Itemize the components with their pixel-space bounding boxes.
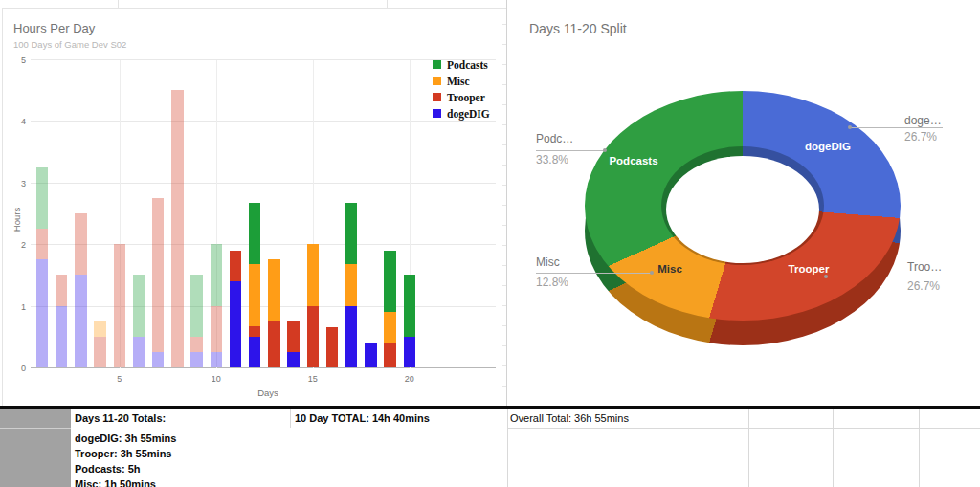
bar-segment-misc <box>249 264 261 325</box>
bar-segment-trooper <box>152 198 165 352</box>
bar-day-16[interactable] <box>326 327 339 367</box>
bar-segment-trooper <box>36 229 49 259</box>
row-header-divider <box>0 428 71 429</box>
chart-title: Days 11-20 Split <box>529 21 627 36</box>
cell-gridline <box>748 409 749 487</box>
bar-segment-podcasts <box>384 251 396 312</box>
legend-item-podcasts[interactable]: Podcasts <box>433 56 490 73</box>
bar-day-20[interactable] <box>404 275 416 367</box>
row-gridline-stub <box>502 24 506 25</box>
bar-day-12[interactable] <box>249 203 261 367</box>
x-axis-title: Days <box>254 387 282 398</box>
bar-segment-trooper <box>190 337 203 352</box>
bar-segment-misc <box>384 312 396 343</box>
row-gridline-stub <box>502 205 506 206</box>
bar-day-9[interactable] <box>190 275 203 367</box>
bar-day-6[interactable] <box>133 275 145 367</box>
days-11-20-split-chart[interactable]: Days 11-20 Split Podcasts dogeDIG Misc T… <box>510 8 980 406</box>
chart-title: Hours Per Day <box>13 21 95 35</box>
bar-segment-trooper <box>307 306 320 367</box>
cell-overall-total[interactable]: Overall Total: 36h 55mins <box>510 412 629 424</box>
bar-day-3[interactable] <box>75 213 87 367</box>
legend-item-trooper[interactable]: Trooper <box>433 89 490 105</box>
callout-trooper-name: Troo… <box>907 260 942 274</box>
column-gridline-stub <box>118 0 119 8</box>
bar-day-11[interactable] <box>230 251 242 367</box>
bar-segment-trooper <box>171 90 184 367</box>
bar-segment-dogedig <box>211 352 223 367</box>
chart-legend: PodcastsMiscTrooperdogeDIG <box>433 56 490 122</box>
cell-gridline <box>290 409 291 428</box>
bar-day-13[interactable] <box>268 259 280 367</box>
bar-segment-dogedig <box>345 306 358 367</box>
cell-ten-day-total[interactable]: 10 Day TOTAL: 14h 40mins <box>295 412 430 424</box>
y-axis-title: Hours <box>11 208 22 232</box>
bar-day-10[interactable] <box>211 244 223 367</box>
bar-day-17[interactable] <box>345 203 358 367</box>
callout-dogedig-percent: 26.7% <box>904 130 937 144</box>
gridline <box>31 59 496 60</box>
bar-segment-podcasts <box>249 203 261 264</box>
legend-item-misc[interactable]: Misc <box>433 73 490 89</box>
bar-segment-trooper <box>211 306 223 352</box>
bar-segment-dogedig <box>75 275 87 367</box>
column-gridline-stub <box>387 0 388 8</box>
row-gridline-stub <box>502 325 506 326</box>
callout-podcasts-dot <box>603 148 607 152</box>
bar-day-7[interactable] <box>152 198 165 367</box>
cell-days-totals-label[interactable]: Days 11-20 Totals: <box>75 412 166 424</box>
breakdown-podcasts: Podcasts: 5h <box>75 461 176 476</box>
legend-label: Podcasts <box>447 59 488 71</box>
bar-day-8[interactable] <box>171 90 184 367</box>
slice-label-misc: Misc <box>657 263 682 275</box>
bar-segment-trooper <box>326 327 339 367</box>
row-gridline-stub <box>502 285 506 286</box>
gridline <box>31 367 496 368</box>
callout-dogedig-line <box>850 127 943 128</box>
bar-segment-dogedig <box>249 337 261 367</box>
hours-per-day-chart[interactable]: Hours Per Day 100 Days of Game Dev S02 0… <box>2 8 507 407</box>
bar-segment-trooper <box>249 326 261 337</box>
cell-gridline <box>833 409 834 487</box>
row-gridline-stub <box>502 365 506 366</box>
row-gridline-stub <box>502 84 506 85</box>
bar-segment-dogedig <box>365 343 377 367</box>
bar-day-4[interactable] <box>94 321 106 367</box>
bar-segment-trooper <box>384 343 396 367</box>
y-tick-label: 1 <box>9 302 26 312</box>
bar-segment-dogedig <box>287 352 300 367</box>
cell-gridline <box>919 409 920 487</box>
y-tick-label: 0 <box>9 364 26 373</box>
bar-segment-trooper <box>230 251 242 281</box>
callout-podcasts-line <box>536 150 606 151</box>
column-gridline <box>506 0 507 406</box>
row-gridline-stub <box>502 64 506 65</box>
bar-day-15[interactable] <box>307 244 320 367</box>
gridline <box>31 183 496 184</box>
callout-dogedig-dot <box>848 125 852 129</box>
cell-breakdown[interactable]: dogeDIG: 3h 55mins Trooper: 3h 55mins Po… <box>75 431 176 487</box>
callout-podcasts-percent: 33.8% <box>536 153 568 166</box>
bar-segment-trooper <box>287 321 300 352</box>
x-tick-label: 15 <box>301 374 324 384</box>
bar-day-5[interactable] <box>114 244 126 367</box>
gridline <box>31 121 496 122</box>
row-gridline-stub <box>502 144 506 145</box>
bar-day-1[interactable] <box>36 167 49 367</box>
bar-day-19[interactable] <box>384 251 396 367</box>
row-header-cell[interactable] <box>0 409 71 487</box>
callout-misc-name: Misc <box>536 255 560 269</box>
bar-segment-dogedig <box>404 337 416 367</box>
bar-day-2[interactable] <box>56 275 68 367</box>
bar-segment-podcasts <box>345 203 358 264</box>
breakdown-dogedig: dogeDIG: 3h 55mins <box>75 431 176 446</box>
callout-misc-dot <box>650 271 654 275</box>
slice-label-trooper: Trooper <box>789 263 830 275</box>
legend-item-dogedig[interactable]: dogeDIG <box>433 105 490 122</box>
bar-day-18[interactable] <box>365 343 377 367</box>
bar-segment-trooper <box>268 321 280 367</box>
bar-day-14[interactable] <box>287 321 300 367</box>
y-tick-label: 2 <box>9 240 26 250</box>
y-tick-label: 4 <box>9 117 26 126</box>
callout-trooper-percent: 26.7% <box>907 279 940 293</box>
